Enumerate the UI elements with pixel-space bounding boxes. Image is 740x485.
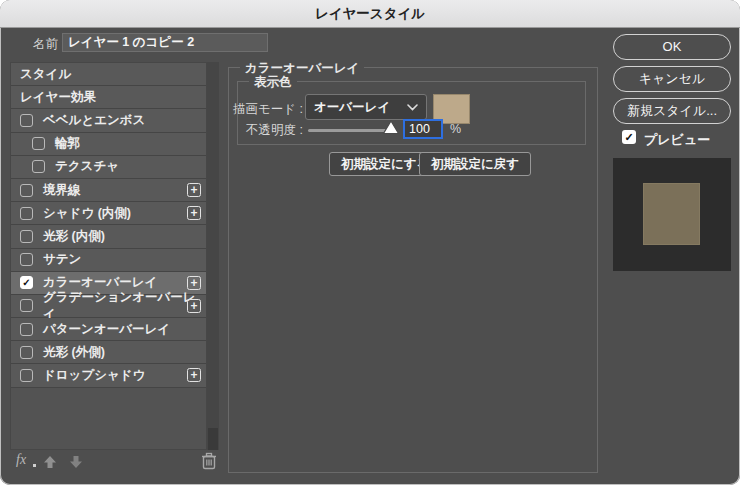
scrollbar-thumb[interactable]: [208, 428, 218, 450]
sidebar-item-gradient-overlay[interactable]: グラデーションオーバーレイ +: [11, 295, 206, 318]
new-style-button[interactable]: 新規スタイル...: [613, 98, 731, 124]
blend-mode-value: オーバーレイ: [314, 99, 390, 116]
sidebar-item-label: シャドウ (内側): [43, 205, 131, 222]
checkbox-unchecked[interactable]: [20, 369, 33, 382]
checkbox-unchecked[interactable]: [20, 114, 33, 127]
color-group-title: 表示色: [249, 74, 297, 91]
add-effect-icon[interactable]: +: [187, 276, 201, 290]
layer-style-dialog: レイヤースタイル 名前 : レイヤー 1 のコピー 2 スタイル レイヤー効果 …: [0, 0, 740, 485]
cancel-button[interactable]: キャンセル: [613, 66, 731, 92]
fx-menu-dot-icon: [33, 464, 36, 467]
sidebar-item-drop-shadow[interactable]: ドロップシャドウ +: [11, 364, 206, 387]
sidebar-item-inner-glow[interactable]: 光彩 (内側): [11, 225, 206, 248]
sidebar-item-inner-shadow[interactable]: シャドウ (内側) +: [11, 202, 206, 225]
sidebar-item-texture[interactable]: テクスチャ: [11, 156, 206, 179]
ok-button[interactable]: OK: [613, 34, 731, 60]
checkbox-unchecked[interactable]: [32, 160, 45, 173]
fx-icon: fx: [16, 452, 26, 468]
layer-name-input[interactable]: レイヤー 1 のコピー 2: [62, 33, 268, 52]
opacity-slider-thumb[interactable]: [382, 120, 400, 135]
sidebar-item-contour[interactable]: 輪郭: [11, 133, 206, 156]
delete-effect-button[interactable]: [201, 452, 217, 470]
add-effect-icon[interactable]: +: [187, 183, 201, 197]
sidebar-item-label: 光彩 (内側): [43, 228, 105, 245]
opacity-unit: %: [450, 122, 461, 136]
sidebar-item-blending-options[interactable]: レイヤー効果: [11, 86, 206, 109]
checkbox-unchecked[interactable]: [20, 207, 33, 220]
move-effect-down-button[interactable]: [68, 454, 84, 470]
checkbox-unchecked[interactable]: [32, 137, 45, 150]
checkbox-unchecked[interactable]: [20, 299, 33, 312]
opacity-slider-track[interactable]: [308, 129, 392, 132]
checkbox-unchecked[interactable]: [20, 253, 33, 266]
checkbox-unchecked[interactable]: [20, 230, 33, 243]
preview-checkbox[interactable]: ✓: [622, 130, 636, 144]
move-effect-up-button[interactable]: [42, 454, 58, 470]
dialog-title: レイヤースタイル: [315, 5, 425, 23]
layer-name-label: 名前 :: [33, 36, 65, 53]
sidebar-item-label: 境界線: [43, 182, 81, 199]
effects-list-scrollbar[interactable]: [207, 62, 219, 450]
dialog-titlebar[interactable]: レイヤースタイル: [0, 0, 740, 28]
blend-mode-select[interactable]: オーバーレイ: [305, 94, 427, 120]
add-effect-icon[interactable]: +: [187, 368, 201, 382]
add-effect-icon[interactable]: +: [187, 206, 201, 220]
checkbox-unchecked[interactable]: [20, 323, 33, 336]
opacity-value-input[interactable]: 100: [403, 119, 443, 139]
arrow-down-icon: [68, 454, 84, 470]
sidebar-item-label: 光彩 (外側): [43, 344, 105, 361]
preview-result-swatch: [643, 183, 700, 245]
sidebar-item-label: ベベルとエンボス: [43, 112, 145, 129]
sidebar-item-label: 輪郭: [55, 135, 80, 152]
effects-list: スタイル レイヤー効果 ベベルとエンボス 輪郭 テクスチャ 境界線 + シャドウ…: [10, 62, 207, 450]
opacity-label: 不透明度 :: [227, 122, 303, 139]
checkbox-unchecked[interactable]: [20, 184, 33, 197]
sidebar-item-label: レイヤー効果: [20, 89, 96, 106]
checkbox-unchecked[interactable]: [20, 346, 33, 359]
checkbox-checked[interactable]: ✓: [20, 276, 33, 289]
slider-thumb-icon: [382, 120, 400, 135]
sidebar-item-satin[interactable]: サテン: [11, 249, 206, 272]
sidebar-item-bevel-emboss[interactable]: ベベルとエンボス: [11, 109, 206, 132]
sidebar-item-styles[interactable]: スタイル: [11, 63, 206, 86]
sidebar-item-label: スタイル: [20, 66, 71, 83]
sidebar-item-outer-glow[interactable]: 光彩 (外側): [11, 341, 206, 364]
preview-label: プレビュー: [644, 131, 710, 149]
add-effect-icon[interactable]: +: [187, 299, 201, 313]
blend-mode-label: 描画モード :: [227, 101, 303, 118]
sidebar-item-label: ドロップシャドウ: [43, 367, 145, 384]
sidebar-item-label: テクスチャ: [55, 158, 119, 175]
trash-icon: [201, 452, 217, 470]
sidebar-item-label: パターンオーバーレイ: [43, 321, 170, 338]
sidebar-item-pattern-overlay[interactable]: パターンオーバーレイ: [11, 318, 206, 341]
arrow-up-icon: [42, 454, 58, 470]
chevron-down-icon: [407, 104, 418, 111]
sidebar-item-label: サテン: [43, 251, 81, 268]
reset-to-default-button[interactable]: 初期設定に戻す: [419, 152, 531, 176]
preview-thumbnail: [613, 158, 731, 271]
sidebar-item-stroke[interactable]: 境界線 +: [11, 179, 206, 202]
